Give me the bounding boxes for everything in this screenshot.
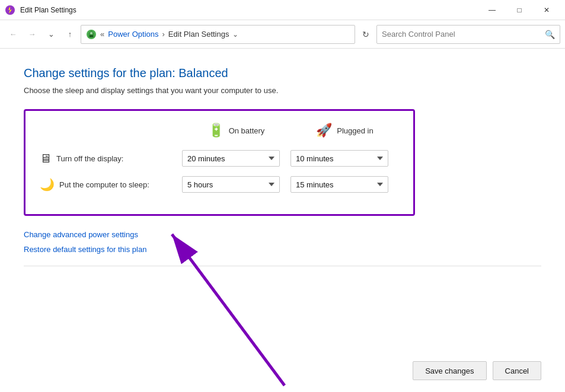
forward-button[interactable]: →: [24, 26, 40, 43]
minimize-button[interactable]: —: [478, 0, 506, 20]
display-row: 🖥 Turn off the display: 1 minute 2 minut…: [40, 150, 399, 167]
cancel-button[interactable]: Cancel: [493, 361, 541, 380]
svg-point-2: [90, 32, 92, 34]
on-battery-header: 🔋 On battery: [182, 123, 291, 138]
sleep-battery-select-wrapper: 1 minute 2 minutes 5 minutes 10 minutes …: [182, 176, 291, 193]
plan-title: Change settings for the plan: Balanced: [24, 66, 541, 80]
plugged-icon: 🚀: [316, 123, 332, 138]
app-icon: [5, 5, 15, 15]
links-section: Change advanced power settings Restore d…: [24, 230, 415, 254]
sleep-battery-select[interactable]: 1 minute 2 minutes 5 minutes 10 minutes …: [182, 176, 280, 193]
plan-subtitle: Choose the sleep and display settings th…: [24, 86, 541, 95]
up-button[interactable]: ↑: [62, 26, 78, 43]
address-separator: ›: [162, 30, 165, 39]
settings-header: 🔋 On battery 🚀 Plugged in: [40, 123, 399, 138]
sleep-plugged-select-wrapper: 1 minute 2 minutes 5 minutes 10 minutes …: [291, 176, 399, 193]
display-plugged-select[interactable]: 1 minute 2 minutes 5 minutes 10 minutes …: [291, 150, 388, 167]
restore-defaults-link[interactable]: Restore default settings for this plan: [24, 245, 415, 254]
address-path2: Edit Plan Settings: [168, 30, 229, 39]
address-icon: [86, 29, 97, 40]
close-button[interactable]: ✕: [533, 0, 560, 20]
sleep-row: 🌙 Put the computer to sleep: 1 minute 2 …: [40, 176, 399, 193]
refresh-button[interactable]: ↻: [357, 26, 374, 43]
display-label-group: 🖥 Turn off the display:: [40, 152, 182, 165]
search-input[interactable]: [382, 30, 541, 39]
sleep-plugged-select[interactable]: 1 minute 2 minutes 5 minutes 10 minutes …: [291, 176, 388, 193]
address-prefix: «: [100, 30, 104, 39]
save-button[interactable]: Save changes: [413, 361, 486, 380]
navbar: ← → ⌄ ↑ « Power Options › Edit Plan Sett…: [0, 20, 565, 49]
plugged-in-header: 🚀 Plugged in: [291, 123, 399, 138]
back-button[interactable]: ←: [5, 26, 21, 43]
address-bar[interactable]: « Power Options › Edit Plan Settings ⌄: [81, 25, 355, 44]
maximize-button[interactable]: □: [506, 0, 533, 20]
search-bar[interactable]: 🔍: [376, 25, 560, 44]
sleep-label: Put the computer to sleep:: [59, 180, 149, 189]
window-controls: — □ ✕: [478, 0, 560, 20]
main-content: Change settings for the plan: Balanced C…: [0, 49, 565, 361]
display-label: Turn off the display:: [56, 154, 123, 163]
divider: [24, 266, 541, 266]
address-chevron[interactable]: ⌄: [232, 30, 238, 39]
settings-box: 🔋 On battery 🚀 Plugged in 🖥 Turn off the…: [24, 109, 415, 216]
display-plugged-select-wrapper: 1 minute 2 minutes 5 minutes 10 minutes …: [291, 150, 399, 167]
display-battery-select-wrapper: 1 minute 2 minutes 5 minutes 10 minutes …: [182, 150, 291, 167]
sleep-label-group: 🌙 Put the computer to sleep:: [40, 177, 182, 192]
sleep-icon: 🌙: [40, 177, 55, 192]
on-battery-label: On battery: [229, 126, 265, 135]
plugged-in-label: Plugged in: [337, 126, 373, 135]
battery-icon: 🔋: [208, 123, 224, 138]
window-title: Edit Plan Settings: [20, 6, 478, 14]
advanced-settings-link[interactable]: Change advanced power settings: [24, 230, 415, 239]
display-battery-select[interactable]: 1 minute 2 minutes 5 minutes 10 minutes …: [182, 150, 280, 167]
address-path1: Power Options: [108, 30, 158, 39]
search-icon: 🔍: [545, 30, 555, 39]
display-icon: 🖥: [40, 152, 52, 165]
recent-button[interactable]: ⌄: [43, 26, 59, 43]
footer-buttons: Save changes Cancel: [0, 361, 565, 392]
titlebar: Edit Plan Settings — □ ✕: [0, 0, 565, 20]
